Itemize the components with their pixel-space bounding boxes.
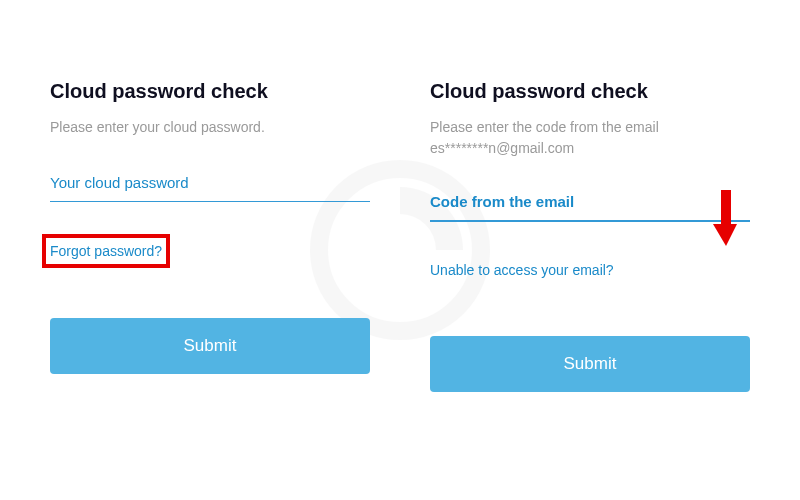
cloud-password-input[interactable] [50,168,370,202]
submit-password-button[interactable]: Submit [50,318,370,374]
email-code-input[interactable] [430,187,750,222]
password-panel: Cloud password check Please enter your c… [50,80,370,392]
submit-code-button[interactable]: Submit [430,336,750,392]
unable-access-email-link[interactable]: Unable to access your email? [430,262,750,278]
password-subtitle: Please enter your cloud password. [50,117,370,138]
password-title: Cloud password check [50,80,370,103]
main-container: Cloud password check Please enter your c… [0,0,800,392]
forgot-password-link[interactable]: Forgot password? [50,243,162,259]
code-subtitle: Please enter the code from the email es*… [430,117,750,159]
code-subtitle-line1: Please enter the code from the email [430,119,659,135]
code-title: Cloud password check [430,80,750,103]
code-subtitle-email: es********n@gmail.com [430,140,574,156]
code-panel: Cloud password check Please enter the co… [430,80,750,392]
